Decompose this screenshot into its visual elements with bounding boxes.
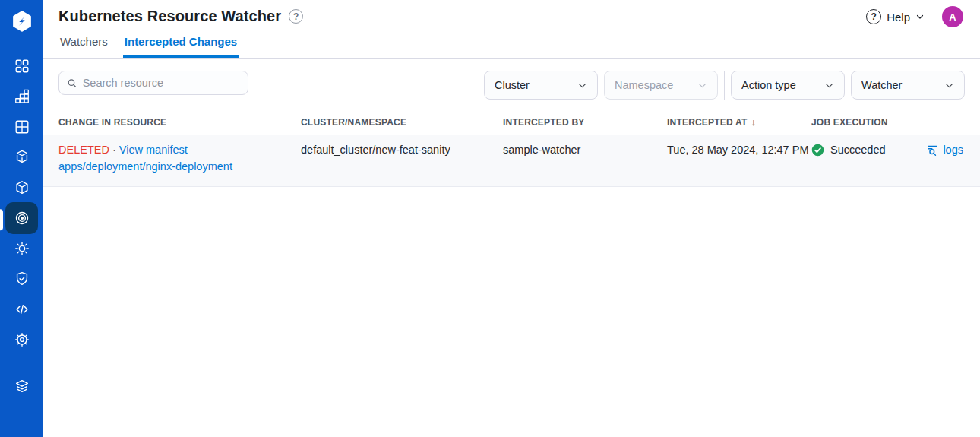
search-icon [67,78,77,89]
dashboard-grid-icon [14,58,30,74]
target-circles-icon [14,210,30,226]
status-badge: Succeeded [811,141,886,158]
action-type-dropdown[interactable]: Action type [731,71,845,100]
intercepted-at-cell: Tue, 28 May 2024, 12:47 PM [667,141,811,158]
filter-bar: Cluster Namespace Action type Watcher [43,59,980,106]
job-status-label: Succeeded [830,141,886,158]
help-icon[interactable]: ? [866,9,881,24]
logs-link[interactable]: logs [926,141,963,158]
column-cluster-namespace: CLUSTER/NAMESPACE [301,116,503,128]
window-grid-icon [14,119,30,135]
intercepted-changes-table: CHANGE IN RESOURCE CLUSTER/NAMESPACE INT… [43,106,980,187]
cube-icon [14,179,30,196]
sidebar-item-security[interactable] [0,264,43,294]
watcher-dropdown[interactable]: Watcher [851,71,965,100]
search-box[interactable] [58,71,248,95]
sidebar-item-settings[interactable] [0,325,43,355]
active-nav-indicator [0,209,3,230]
help-menu[interactable]: Help [887,11,910,24]
main-content: Kubernetes Resource Watcher ? ? Help A W… [43,0,980,437]
sidebar-item-chaos[interactable] [0,233,43,264]
sidebar-item-dashboard[interactable] [0,51,43,81]
sidebar-nav [0,0,43,437]
column-job-execution: JOB EXECUTION [811,116,963,128]
column-intercepted-at: INTERCEPTED AT ↓ [667,116,811,128]
layers-icon [14,378,30,394]
tab-watchers[interactable]: Watchers [58,35,109,58]
sidebar-item-deployments[interactable] [0,173,43,203]
sort-descending-icon[interactable]: ↓ [751,116,756,128]
cluster-namespace-cell: default_cluster/new-feat-sanity [301,141,503,158]
sidebar-items [0,51,43,401]
sidebar-item-resource-watcher[interactable] [0,203,43,233]
sidebar-item-builds[interactable] [0,81,43,112]
title-help-icon[interactable]: ? [289,9,303,24]
sidebar-item-packages[interactable] [0,142,43,173]
sidebar-item-modules[interactable] [0,112,43,142]
action-type-label: DELETED [58,144,109,156]
chevron-down-icon [915,12,925,21]
table-row: DELETED · View manifest apps/deployment/… [43,135,980,187]
cluster-dropdown[interactable]: Cluster [484,71,598,100]
code-brackets-icon [14,301,30,318]
sidebar-item-code[interactable] [0,294,43,325]
table-header-row: CHANGE IN RESOURCE CLUSTER/NAMESPACE INT… [43,106,980,135]
page-title: Kubernetes Resource Watcher [58,8,281,25]
job-execution-cell: Succeeded logs [811,141,963,158]
user-avatar[interactable]: A [942,6,963,27]
shield-check-icon [14,271,30,287]
change-in-resource-cell: DELETED · View manifest apps/deployment/… [58,141,301,175]
app-window: Kubernetes Resource Watcher ? ? Help A W… [0,0,980,437]
dot-separator: · [112,144,116,156]
page-header: Kubernetes Resource Watcher ? ? Help A W… [43,0,980,59]
logs-icon [926,144,939,157]
column-change-in-resource: CHANGE IN RESOURCE [58,116,301,128]
bricks-steps-icon [14,88,30,105]
success-check-icon [811,144,824,157]
open-box-icon [14,149,30,166]
gear-icon [14,331,30,348]
filter-divider [724,71,725,100]
sidebar-divider [12,363,32,363]
namespace-dropdown[interactable]: Namespace [604,71,718,100]
tab-intercepted-changes[interactable]: Intercepted Changes [123,35,239,58]
chevron-down-icon [944,81,954,90]
search-input[interactable] [83,77,240,89]
sidebar-item-environments[interactable] [0,371,43,401]
harness-logo-icon[interactable] [0,0,43,43]
intercepted-by-cell: sample-watcher [503,141,667,158]
tab-bar: Watchers Intercepted Changes [58,35,962,58]
chevron-down-icon [824,81,834,90]
sun-chaos-icon [14,240,30,257]
chevron-down-icon [577,81,587,90]
chevron-down-icon [697,81,707,90]
column-intercepted-by: INTERCEPTED BY [503,116,667,128]
